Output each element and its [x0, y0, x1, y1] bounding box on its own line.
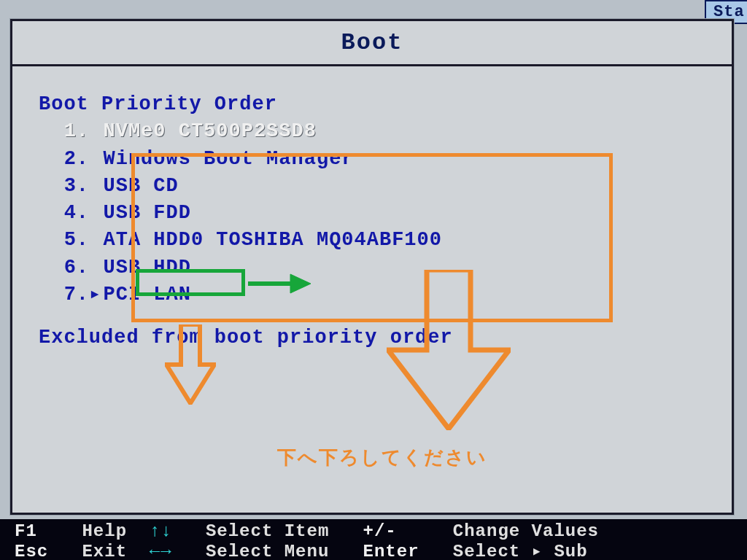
- bios-window: Boot Boot Priority Order 1. NVMe0 CT500P…: [10, 19, 734, 515]
- page-title: Boot: [12, 21, 732, 66]
- boot-item-marker: [89, 173, 103, 200]
- boot-priority-list[interactable]: 1. NVMe0 CT500P2SSD82. Windows Boot Mana…: [39, 118, 705, 308]
- boot-item-label: USB HDD: [103, 257, 190, 279]
- boot-priority-heading: Boot Priority Order: [39, 91, 705, 118]
- boot-item-label: USB FDD: [103, 202, 190, 224]
- boot-item-label: Windows Boot Manager: [103, 148, 354, 170]
- boot-item-marker: ▸: [89, 281, 103, 308]
- boot-item-7[interactable]: 7.▸PCI LAN: [39, 281, 705, 308]
- key-hint-bar: F1 Help ↑↓ Select Item +/- Change Values…: [0, 519, 747, 560]
- boot-item-label: NVMe0 CT500P2SSD8: [103, 120, 316, 142]
- boot-item-number: 5: [39, 227, 77, 254]
- boot-item-number: 4: [39, 200, 77, 227]
- boot-item-label: PCI LAN: [103, 284, 190, 306]
- hint-row-1: F1 Help ↑↓ Select Item +/- Change Values: [15, 521, 732, 542]
- boot-item-2[interactable]: 2. Windows Boot Manager: [39, 146, 705, 173]
- boot-item-label: ATA HDD0 TOSHIBA MQ04ABF100: [103, 229, 441, 251]
- boot-item-number: 6: [39, 254, 77, 281]
- boot-item-6[interactable]: 6. USB HDD: [39, 254, 705, 281]
- excluded-heading: Excluded from boot priority order: [39, 324, 705, 351]
- boot-item-number: 3: [39, 173, 77, 200]
- boot-item-marker: [89, 254, 103, 281]
- boot-item-number: 1: [39, 118, 77, 145]
- boot-item-3[interactable]: 3. USB CD: [39, 173, 705, 200]
- boot-item-marker: [89, 118, 103, 145]
- boot-content: Boot Priority Order 1. NVMe0 CT500P2SSD8…: [12, 66, 732, 359]
- boot-item-marker: [89, 146, 103, 173]
- boot-item-5[interactable]: 5. ATA HDD0 TOSHIBA MQ04ABF100: [39, 227, 705, 254]
- boot-item-number: 7: [39, 281, 77, 308]
- boot-item-4[interactable]: 4. USB FDD: [39, 200, 705, 227]
- boot-item-marker: [89, 227, 103, 254]
- boot-item-label: USB CD: [103, 175, 178, 197]
- boot-item-number: 2: [39, 146, 77, 173]
- boot-item-1[interactable]: 1. NVMe0 CT500P2SSD8: [39, 118, 705, 145]
- boot-item-marker: [89, 200, 103, 227]
- hint-row-2: Esc Exit ←→ Select Menu Enter Select ▸ S…: [15, 542, 732, 560]
